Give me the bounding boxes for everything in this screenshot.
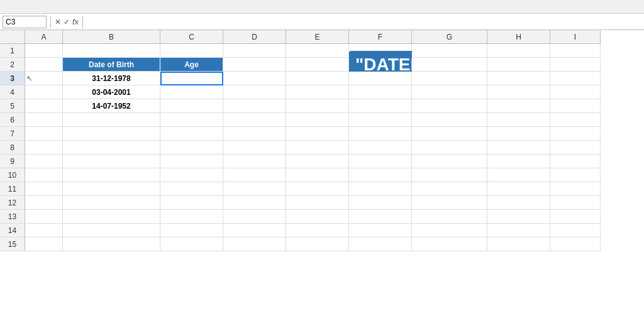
cell-f6[interactable]: [349, 113, 412, 127]
cell-d4[interactable]: [223, 85, 286, 99]
cell-a13[interactable]: [25, 210, 63, 224]
cell-g13[interactable]: [412, 210, 487, 224]
cell-e13[interactable]: [286, 210, 349, 224]
cell-g5[interactable]: [412, 99, 487, 113]
cell-i3[interactable]: [550, 72, 601, 85]
cell-d15[interactable]: [223, 237, 286, 251]
cell-h1[interactable]: [487, 44, 550, 58]
cell-i4[interactable]: [550, 85, 601, 99]
cell-c5[interactable]: [160, 99, 223, 113]
cell-c13[interactable]: [160, 210, 223, 224]
cell-e4[interactable]: [286, 85, 349, 99]
cell-e15[interactable]: [286, 237, 349, 251]
cell-h4[interactable]: [487, 85, 550, 99]
cell-a14[interactable]: [25, 224, 63, 237]
cell-f9[interactable]: [349, 155, 412, 168]
cell-a5[interactable]: [25, 99, 63, 113]
cell-f14[interactable]: [349, 224, 412, 237]
cell-a8[interactable]: [25, 141, 63, 155]
cell-f2[interactable]: "DATEDIF": [349, 58, 412, 72]
col-header-e[interactable]: E: [286, 30, 349, 44]
cell-i10[interactable]: [550, 168, 601, 182]
cell-i14[interactable]: [550, 224, 601, 237]
cell-b7[interactable]: [63, 127, 160, 141]
cell-b14[interactable]: [63, 224, 160, 237]
cell-b15[interactable]: [63, 237, 160, 251]
confirm-icon[interactable]: ✓: [64, 18, 70, 26]
cell-d14[interactable]: [223, 224, 286, 237]
cell-c6[interactable]: [160, 113, 223, 127]
cell-i2[interactable]: [550, 58, 601, 72]
cell-a7[interactable]: [25, 127, 63, 141]
cell-a10[interactable]: [25, 168, 63, 182]
cell-g2[interactable]: [412, 58, 487, 72]
cell-a4[interactable]: [25, 85, 63, 99]
cell-c2[interactable]: Age: [160, 58, 223, 72]
cell-c15[interactable]: [160, 237, 223, 251]
cell-b12[interactable]: [63, 196, 160, 210]
cell-i15[interactable]: [550, 237, 601, 251]
cell-i5[interactable]: [550, 99, 601, 113]
cell-h8[interactable]: [487, 141, 550, 155]
cell-h15[interactable]: [487, 237, 550, 251]
cell-e5[interactable]: [286, 99, 349, 113]
cell-c8[interactable]: [160, 141, 223, 155]
cell-b5[interactable]: 14-07-1952: [63, 99, 160, 113]
cell-f15[interactable]: [349, 237, 412, 251]
col-header-g[interactable]: G: [412, 30, 487, 44]
cell-g15[interactable]: [412, 237, 487, 251]
cell-f7[interactable]: [349, 127, 412, 141]
cell-g12[interactable]: [412, 196, 487, 210]
cell-a6[interactable]: [25, 113, 63, 127]
cell-g1[interactable]: [412, 44, 487, 58]
cell-i6[interactable]: [550, 113, 601, 127]
cell-d3[interactable]: [223, 72, 286, 85]
cancel-icon[interactable]: ✕: [55, 18, 61, 26]
name-box[interactable]: C3: [3, 16, 47, 28]
cell-a3[interactable]: ↖: [25, 72, 63, 85]
cell-d7[interactable]: [223, 127, 286, 141]
col-header-f[interactable]: F: [349, 30, 412, 44]
cell-h6[interactable]: [487, 113, 550, 127]
cell-g8[interactable]: [412, 141, 487, 155]
cell-e9[interactable]: [286, 155, 349, 168]
cell-f13[interactable]: [349, 210, 412, 224]
col-header-c[interactable]: C: [160, 30, 223, 44]
cell-d1[interactable]: [223, 44, 286, 58]
cell-f3[interactable]: [349, 72, 412, 85]
cell-d11[interactable]: [223, 182, 286, 196]
cell-c12[interactable]: [160, 196, 223, 210]
cell-d8[interactable]: [223, 141, 286, 155]
col-header-h[interactable]: H: [487, 30, 550, 44]
cell-d10[interactable]: [223, 168, 286, 182]
cell-e11[interactable]: [286, 182, 349, 196]
cell-g14[interactable]: [412, 224, 487, 237]
cell-g11[interactable]: [412, 182, 487, 196]
cell-a1[interactable]: [25, 44, 63, 58]
col-header-i[interactable]: I: [550, 30, 601, 44]
cell-d9[interactable]: [223, 155, 286, 168]
cell-b13[interactable]: [63, 210, 160, 224]
cell-i8[interactable]: [550, 141, 601, 155]
cell-g6[interactable]: [412, 113, 487, 127]
cell-h3[interactable]: [487, 72, 550, 85]
cell-d5[interactable]: [223, 99, 286, 113]
cell-g4[interactable]: [412, 85, 487, 99]
cell-f11[interactable]: [349, 182, 412, 196]
cell-h11[interactable]: [487, 182, 550, 196]
cell-g10[interactable]: [412, 168, 487, 182]
cell-c4[interactable]: [160, 85, 223, 99]
cell-g7[interactable]: [412, 127, 487, 141]
cell-e14[interactable]: [286, 224, 349, 237]
cell-b1[interactable]: [63, 44, 160, 58]
cell-a2[interactable]: [25, 58, 63, 72]
cell-c11[interactable]: [160, 182, 223, 196]
cell-e3[interactable]: [286, 72, 349, 85]
cell-c3[interactable]: [160, 72, 223, 85]
cell-c9[interactable]: [160, 155, 223, 168]
cell-i13[interactable]: [550, 210, 601, 224]
cell-g3[interactable]: [412, 72, 487, 85]
cell-h10[interactable]: [487, 168, 550, 182]
cell-a11[interactable]: [25, 182, 63, 196]
cell-b9[interactable]: [63, 155, 160, 168]
